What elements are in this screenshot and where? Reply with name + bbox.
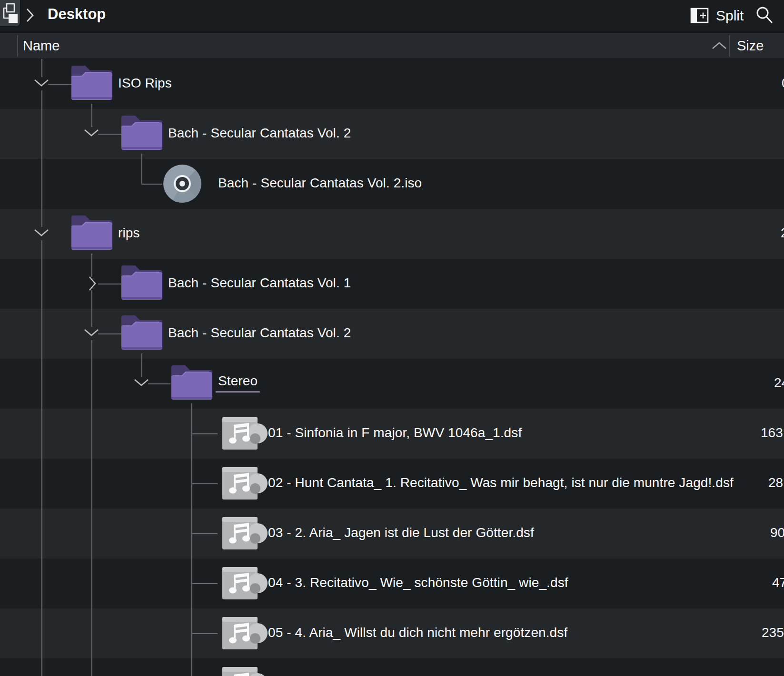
toolbar-separator [0,31,784,33]
size-value: 235 [762,625,784,640]
split-view-button[interactable]: Split [690,4,744,28]
audio-file-icon[interactable] [221,613,268,653]
tree-view: ISO Rips0 Bach - Secular Cantatas Vol. 2… [0,0,784,676]
folder-icon[interactable] [121,265,162,300]
folder-icon[interactable] [121,115,162,150]
tree-line [191,633,218,634]
expander-down-icon[interactable] [83,128,99,137]
tree-row[interactable] [0,359,784,409]
size-value: 90 [770,525,784,540]
expander-right-icon[interactable] [88,275,97,292]
tree-line [98,134,121,135]
tree-line [191,583,218,584]
file-name-label[interactable]: 02 - Hunt Cantata_ 1. Recitativo_ Was mi… [268,475,734,490]
column-header-size[interactable]: Size [737,38,764,54]
folder-name-label[interactable]: Bach - Secular Cantatas Vol. 2 [168,126,351,141]
size-value: 0 [782,76,784,91]
audio-file-icon[interactable] [221,663,268,676]
tree-line [41,90,42,227]
breadcrumb-chevron-icon[interactable] [25,7,35,23]
audio-file-icon[interactable] [221,413,268,453]
file-name-label[interactable]: 05 - 4. Aria_ Willst du dich nicht mehr … [268,625,567,640]
folder-name-label[interactable]: Bach - Secular Cantatas Vol. 1 [168,275,351,291]
file-manager-window: ISO Rips0 Bach - Secular Cantatas Vol. 2… [0,0,784,676]
tree-line [41,240,42,676]
column-divider[interactable] [729,35,730,57]
size-value: 24 [774,375,784,391]
folder-icon[interactable] [71,215,112,250]
tree-tab-button[interactable] [0,0,21,27]
column-divider [17,35,18,57]
tree-line [191,403,192,676]
breadcrumb-location[interactable]: Desktop [48,6,106,23]
header-separator [0,59,784,59]
tree-line [141,184,162,185]
audio-file-icon[interactable] [221,563,268,603]
tree-line [191,433,218,434]
folder-icon[interactable] [171,364,212,400]
folder-name-label[interactable]: Stereo [218,373,260,392]
split-view-icon [690,7,709,24]
expander-down-icon[interactable] [33,228,50,237]
folder-name-label[interactable]: ISO Rips [118,76,172,91]
tree-row[interactable] [0,658,784,676]
audio-file-icon[interactable] [221,463,268,503]
split-button-label: Split [716,8,744,24]
sort-ascending-icon [711,41,727,50]
column-header-name[interactable]: Name [23,38,60,54]
folder-name-label[interactable]: Bach - Secular Cantatas Vol. 2 [168,325,351,341]
tree-line [41,59,42,77]
tree-line [141,154,142,184]
tree-line [141,353,142,377]
folder-icon[interactable] [121,314,162,350]
size-value: 28 [768,475,783,490]
tree-line [98,333,121,334]
tree-line [48,84,71,85]
search-icon [754,5,775,26]
tree-line [91,290,92,327]
file-name-label[interactable]: 03 - 2. Aria_ Jagen ist die Lust der Göt… [268,525,534,540]
tree-line [98,284,121,284]
tree-line [91,104,92,127]
size-value: 163 [761,425,783,441]
expander-down-icon[interactable] [83,328,99,337]
file-name-label[interactable]: 04 - 3. Recitativo_ Wie_ schönste Göttin… [268,575,568,590]
tree-line [191,483,218,484]
size-value: 47 [772,575,784,590]
tree-line [91,254,92,277]
audio-file-icon[interactable] [221,513,268,553]
file-name-label[interactable]: Bach - Secular Cantatas Vol. 2.iso [218,176,422,191]
tree-view-icon [0,0,20,26]
folder-name-label[interactable]: rips [118,225,140,241]
size-value: 2 [781,225,784,241]
tree-line [91,340,92,676]
folder-icon[interactable] [71,65,112,100]
file-name-label[interactable]: 01 - Sinfonia in F major, BWV 1046a_1.ds… [268,425,522,441]
tree-line [191,533,218,534]
disc-image-icon[interactable] [162,164,202,204]
toolbar: Desktop Split [0,0,784,31]
column-header: Name Size [0,33,784,59]
tree-line [148,383,170,384]
search-button[interactable] [754,5,775,26]
expander-down-icon[interactable] [33,78,50,88]
expander-down-icon[interactable] [133,378,149,387]
